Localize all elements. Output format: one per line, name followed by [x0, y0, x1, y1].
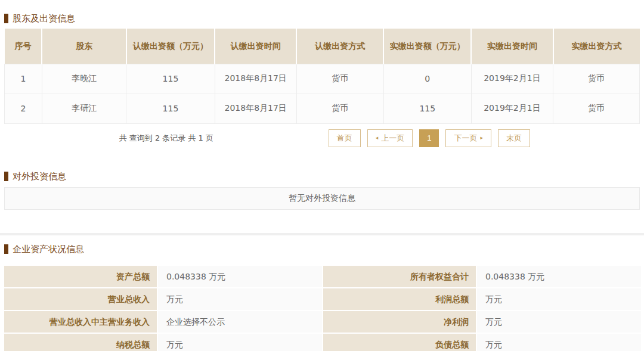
asset-label-main-business-revenue: 营业总收入中主营业务收入 — [4, 311, 157, 333]
section-title-text: 对外投资信息 — [13, 170, 66, 182]
asset-row: 营业总收入中主营业务收入 企业选择不公示 净利润 万元 — [4, 311, 640, 333]
cell-paid-method: 货币 — [553, 94, 640, 123]
asset-pair: 资产总额 0.048338 万元 — [4, 266, 322, 287]
asset-label-total-tax: 纳税总额 — [4, 334, 157, 351]
section-marker-icon — [4, 172, 8, 181]
section-title-text: 企业资产状况信息 — [13, 243, 84, 255]
table-row: 1 李晚江 115 2018年8月17日 货币 0 2019年2月1日 货币 — [5, 64, 640, 94]
record-count-summary: 共 查询到 2 条记录 共 1 页 — [4, 133, 329, 144]
page-number-button-current[interactable]: 1 — [419, 129, 439, 147]
section-title-investment: 对外投资信息 — [4, 147, 640, 182]
asset-value-total-profit: 万元 — [477, 288, 641, 310]
asset-value-total-liabilities: 万元 — [477, 334, 641, 351]
annual-report-page: 股东及出资信息 序号 股东 认缴出资额（万元） 认缴出资时间 认缴出资方式 实缴… — [0, 0, 644, 351]
col-header-paid-amount: 实缴出资额（万元） — [383, 29, 471, 64]
first-page-button[interactable]: 首页 — [329, 129, 361, 147]
asset-label-total-assets: 资产总额 — [4, 266, 157, 287]
col-header-subscribed-date: 认缴出资时间 — [215, 29, 296, 64]
asset-pair: 利润总额 万元 — [323, 288, 641, 310]
cell-index: 2 — [5, 94, 42, 123]
section-marker-icon — [4, 14, 8, 23]
col-header-paid-method: 实缴出资方式 — [553, 29, 640, 64]
asset-row: 营业总收入 万元 利润总额 万元 — [4, 288, 640, 310]
section-title-assets: 企业资产状况信息 — [4, 235, 640, 255]
col-header-shareholder: 股东 — [42, 29, 126, 64]
last-page-button[interactable]: 末页 — [498, 129, 530, 147]
col-header-subscribed-method: 认缴出资方式 — [296, 29, 383, 64]
asset-pair: 营业总收入 万元 — [4, 288, 322, 310]
section-title-shareholders: 股东及出资信息 — [4, 0, 640, 24]
asset-pair: 所有者权益合计 0.048338 万元 — [323, 266, 641, 287]
shareholders-table: 序号 股东 认缴出资额（万元） 认缴出资时间 认缴出资方式 实缴出资额（万元） … — [4, 29, 640, 124]
cell-subscribed-date: 2018年8月17日 — [215, 94, 296, 123]
asset-label-total-profit: 利润总额 — [323, 288, 476, 310]
cell-shareholder: 李研江 — [42, 94, 126, 123]
asset-pair: 负债总额 万元 — [323, 334, 641, 351]
table-header-row: 序号 股东 认缴出资额（万元） 认缴出资时间 认缴出资方式 实缴出资额（万元） … — [5, 29, 640, 64]
asset-value-total-assets: 0.048338 万元 — [158, 266, 322, 287]
cell-subscribed-method: 货币 — [296, 64, 383, 94]
asset-pair: 净利润 万元 — [323, 311, 641, 333]
prev-page-label: 上一页 — [381, 130, 404, 147]
cell-paid-date: 2019年2月1日 — [471, 94, 553, 123]
first-page-label: 首页 — [337, 130, 352, 147]
arrow-left-icon: ◂ — [376, 135, 379, 141]
asset-label-owner-equity: 所有者权益合计 — [323, 266, 476, 287]
cell-paid-method: 货币 — [553, 64, 640, 94]
current-page-label: 1 — [427, 130, 431, 147]
last-page-label: 末页 — [506, 130, 522, 147]
asset-value-owner-equity: 0.048338 万元 — [477, 266, 641, 287]
next-page-label: 下一页 — [454, 130, 477, 147]
cell-shareholder: 李晚江 — [42, 64, 126, 94]
cell-subscribed-amount: 115 — [126, 94, 215, 123]
table-row: 2 李研江 115 2018年8月17日 货币 115 2019年2月1日 货币 — [5, 94, 640, 123]
asset-row: 纳税总额 万元 负债总额 万元 — [4, 334, 640, 351]
asset-value-main-business-revenue: 企业选择不公示 — [158, 311, 322, 333]
prev-page-button[interactable]: ◂ 上一页 — [367, 129, 413, 147]
asset-value-net-profit: 万元 — [477, 311, 641, 333]
investment-empty-message: 暂无对外投资信息 — [289, 193, 355, 204]
section-marker-icon — [4, 244, 8, 254]
col-header-index: 序号 — [5, 29, 42, 64]
col-header-subscribed-amount: 认缴出资额（万元） — [126, 29, 215, 64]
col-header-paid-date: 实缴出资时间 — [471, 29, 553, 64]
next-page-button[interactable]: 下一页 ▸ — [445, 129, 491, 147]
section-title-text: 股东及出资信息 — [13, 13, 75, 24]
cell-paid-amount: 0 — [383, 64, 471, 94]
asset-pair: 营业总收入中主营业务收入 企业选择不公示 — [4, 311, 322, 333]
cell-paid-amount: 115 — [383, 94, 471, 123]
asset-row: 资产总额 0.048338 万元 所有者权益合计 0.048338 万元 — [4, 266, 640, 287]
asset-label-net-profit: 净利润 — [323, 311, 476, 333]
asset-value-total-tax: 万元 — [158, 334, 322, 351]
asset-value-total-revenue: 万元 — [158, 288, 322, 310]
asset-pair: 纳税总额 万元 — [4, 334, 322, 351]
cell-subscribed-amount: 115 — [126, 64, 215, 94]
cell-subscribed-method: 货币 — [296, 94, 383, 123]
asset-label-total-revenue: 营业总收入 — [4, 288, 157, 310]
assets-grid: 资产总额 0.048338 万元 所有者权益合计 0.048338 万元 营业总… — [4, 266, 640, 351]
cell-index: 1 — [5, 64, 42, 94]
asset-label-total-liabilities: 负债总额 — [323, 334, 476, 351]
investment-empty-box: 暂无对外投资信息 — [4, 187, 640, 210]
cell-subscribed-date: 2018年8月17日 — [215, 64, 296, 94]
cell-paid-date: 2019年2月1日 — [471, 64, 553, 94]
pagination-bar: 共 查询到 2 条记录 共 1 页 首页 ◂ 上一页 1 下一页 ▸ 末页 — [4, 129, 640, 147]
arrow-right-icon: ▸ — [480, 135, 483, 141]
